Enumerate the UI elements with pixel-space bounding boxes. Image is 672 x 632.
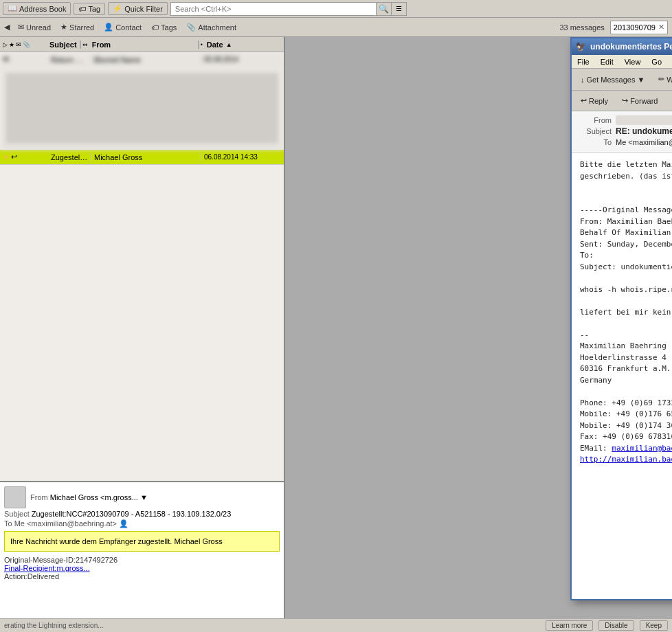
left-panel: ▷ ★ ✉ 📎 Subject ⇔ From • Date ▲ — [0, 37, 285, 618]
tags-filter[interactable]: 🏷 Tags — [148, 22, 179, 33]
starred-filter[interactable]: ★ Starred — [58, 21, 97, 33]
tb-get-messages-label: Get Messages — [587, 76, 636, 84]
contact-icon: 👤 — [104, 23, 113, 32]
dropdown-icon[interactable]: ▼ — [140, 493, 148, 501]
tb-menu-view[interactable]: View — [619, 55, 647, 68]
attach-col-icon: 📎 — [23, 41, 30, 48]
tb-menu-go[interactable]: Go — [646, 55, 667, 68]
preview-to-value: Me <maximilian@baehring.at> — [14, 519, 117, 528]
tb-sig-street: Hoelderlinstrasse 4 — [580, 352, 672, 364]
thunderbird-window: 🦅 undokumentiertes Peering mit GTT - Moz… — [570, 37, 672, 600]
table-row[interactable] — [0, 67, 284, 150]
tb-subject-row: Subject RE: undokumentiertes Peering mit… — [577, 126, 672, 136]
contact-label: Contact — [115, 23, 142, 32]
preview-from-row: From Michael Gross <m.gross... ▼ — [4, 486, 280, 508]
tb-menu-edit[interactable]: Edit — [595, 55, 619, 68]
tb-sig-mobile2: Mobile: +49 (0)174 3639226 — [580, 420, 672, 432]
tag-label: Tag — [88, 5, 100, 13]
table-row[interactable]: ★ ↩ Zugestellt:NCC#2013090709 - A521158 … — [0, 150, 284, 165]
search-tag: 2013090709 ✕ — [610, 21, 668, 34]
tb-title: undokumentiertes Peering mit GTT - Mozil… — [590, 42, 672, 52]
tb-body-intro: Bitte die letzten Mails durchsehen, ich … — [580, 159, 672, 182]
tb-sig-fax: Fax: +49 (0)69 67831634 — [580, 431, 672, 443]
tb-to-row: To Me <maximilian@baehring.at> 👤 — [577, 137, 672, 146]
tb-to-label: To — [577, 138, 612, 146]
date-expand-icon: • — [201, 41, 203, 48]
tb-titlebar: 🦅 undokumentiertes Peering mit GTT - Moz… — [572, 38, 672, 55]
row-subject: Zugestellt:NCC#2013090709 - A521158 - 19… — [48, 153, 91, 161]
tb-sig-name: Maximilian Baehring — [580, 341, 672, 352]
tb-sig-web-link[interactable]: http://maximilian.baehring.at/ — [580, 455, 672, 464]
row-from: Michael Gross — [91, 153, 201, 161]
preview-avatar — [4, 486, 26, 508]
preview-from-value: Michael Gross <m.gross... — [50, 493, 138, 501]
tag-button[interactable]: 🏷 Tag — [74, 3, 105, 15]
tb-get-messages-button[interactable]: ↓ Get Messages ▼ — [574, 71, 651, 89]
from-col-header[interactable]: From — [89, 41, 199, 49]
tb-from-label: From — [577, 116, 612, 124]
search-button[interactable]: 🔍 — [377, 2, 392, 16]
date-col-header[interactable]: Date ▲ — [204, 41, 284, 49]
nav-back-button[interactable]: ◀ — [4, 23, 10, 32]
tb-menu-file[interactable]: File — [572, 55, 595, 68]
tb-write-button[interactable]: ✏ Write — [652, 71, 672, 89]
tb-sig-mobile1: Mobile: +49 (0)176 65605075 — [580, 409, 672, 420]
tb-sent: Sent: Sunday, December 6, 2015 11:28 AM — [580, 239, 672, 251]
status-bar: erating the Lightning extension... Learn… — [0, 618, 672, 632]
tb-get-messages-dropdown-icon: ▼ — [637, 76, 645, 84]
tb-original-from: From: Maximilian Baehring [mailto:maximi… — [580, 216, 672, 228]
final-recipient-link[interactable]: Final-Recipient:m.gross... — [4, 564, 90, 572]
tb-toolbar-2: ↩ Reply ↪ Forward 📁 Archive 🚫 Junk 🗑 — [572, 91, 672, 111]
original-msg-id: Original-Message-ID:2147492726 — [4, 556, 280, 564]
menu-button[interactable]: ☰ — [392, 2, 407, 16]
tb-result: liefert bei mir kein ergebnis trotzdem i… — [580, 307, 672, 319]
nav-back-icon: ◀ — [4, 23, 10, 32]
star-col-icon: ★ — [9, 41, 14, 48]
disable-button[interactable]: Disable — [598, 620, 634, 631]
tb-sig-web: http://maximilian.baehring.at/ — [580, 454, 672, 466]
clear-search-button[interactable]: ✕ — [658, 23, 664, 32]
menu-icon: ☰ — [396, 5, 402, 12]
attachment-filter[interactable]: 📎 Attachment — [183, 21, 239, 33]
unread-filter[interactable]: ✉ Unread — [15, 21, 54, 33]
column-headers: ▷ ★ ✉ 📎 Subject ⇔ From • Date ▲ — [0, 37, 284, 52]
tags-label: Tags — [161, 23, 177, 32]
tag-icon: 🏷 — [78, 5, 86, 13]
tb-get-messages-icon: ↓ — [581, 76, 585, 84]
subject-header-label: Subject — [49, 41, 77, 49]
search-icon: 🔍 — [379, 4, 389, 14]
preview-subject: Subject Zugestellt:NCC#2013090709 - A521… — [4, 510, 280, 518]
preview-subject-value: Zugestellt:NCC#2013090709 - A521158 - 19… — [32, 510, 232, 518]
main-layout: ▷ ★ ✉ 📎 Subject ⇔ From • Date ▲ — [0, 37, 672, 618]
tb-write-label: Write — [667, 76, 672, 84]
tb-reply-button[interactable]: ↩ Reply — [574, 93, 614, 109]
tb-command: whois -h whois.ripe.net AS | grep 4436 — [580, 284, 672, 296]
subject-col-header[interactable]: Subject — [47, 41, 81, 49]
tb-behalf: Behalf Of Maximilian Baehring — [580, 227, 672, 239]
tb-archive-button[interactable]: 📁 Archive — [665, 93, 672, 109]
status-right: Learn more Disable Keep — [546, 620, 668, 631]
tb-icon: 🦅 — [576, 42, 586, 52]
read-col-icon: ✉ — [16, 41, 21, 48]
unread-icon: ✉ — [18, 23, 24, 32]
message-list: ✉ Return Receipt (displayed) - NCC#20130… — [0, 52, 284, 481]
address-book-button[interactable]: 📖 Address Book — [3, 2, 71, 15]
status-text: erating the Lightning extension... — [4, 622, 104, 629]
tb-forward-button[interactable]: ↪ Forward — [616, 93, 664, 109]
contact-filter[interactable]: 👤 Contact — [101, 21, 144, 33]
to-icon: 👤 — [119, 519, 128, 528]
tb-sig-email-link[interactable]: maximilian@baehring.at — [612, 444, 672, 453]
tb-write-icon: ✏ — [658, 75, 664, 84]
tb-menu-message[interactable]: Message — [667, 55, 672, 68]
quick-filter-label: Quick Filter — [124, 5, 163, 13]
preview-details: Original-Message-ID:2147492726 Final-Rec… — [4, 556, 280, 580]
search-input[interactable] — [170, 2, 377, 16]
quick-filter-button[interactable]: ⚡ Quick Filter — [108, 2, 168, 15]
table-row[interactable]: ✉ Return Receipt (displayed) - NCC#20130… — [0, 52, 284, 67]
from-header-label: From — [92, 41, 111, 49]
keep-button[interactable]: Keep — [640, 620, 668, 631]
tb-reply-icon: ↩ — [581, 96, 587, 105]
preview-pane: From Michael Gross <m.gross... ▼ Subject… — [0, 481, 284, 618]
unread-label: Unread — [26, 23, 51, 32]
learn-more-button[interactable]: Learn more — [546, 620, 593, 631]
